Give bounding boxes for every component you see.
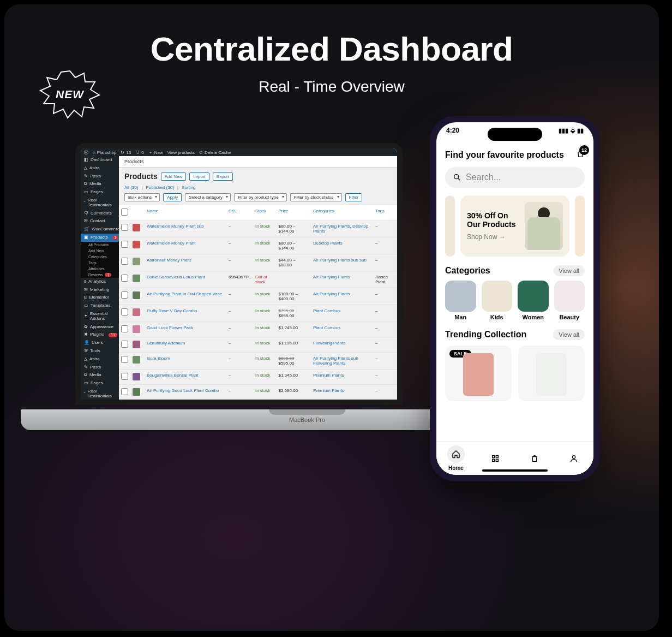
product-link[interactable]: Astronaut Money Plant: [147, 258, 191, 263]
filter-all[interactable]: All (30): [124, 185, 138, 190]
wp-comments[interactable]: 🗨 0: [135, 150, 143, 155]
table-header[interactable]: Stock: [253, 205, 277, 221]
tab-profile[interactable]: [565, 450, 583, 467]
categories-cell[interactable]: Flowering Plants: [311, 337, 373, 353]
cart-button[interactable]: 12: [576, 150, 585, 160]
sidebar-item[interactable]: EElementor: [81, 294, 119, 302]
export-button[interactable]: Export: [213, 172, 233, 181]
sidebar-item[interactable]: ▭Pages: [81, 379, 119, 388]
wp-delete-cache[interactable]: ⊘ Delete Cache: [199, 150, 231, 155]
category-item[interactable]: Kids: [482, 281, 513, 320]
product-link[interactable]: Pretty Cypress Plant: [147, 403, 187, 405]
row-checkbox[interactable]: [121, 241, 128, 248]
categories-view-all[interactable]: View all: [553, 265, 585, 276]
sidebar-subitem[interactable]: Add New: [81, 248, 119, 254]
table-header[interactable]: Categories: [311, 205, 373, 221]
categories-cell[interactable]: Plant Combos: [311, 305, 373, 322]
tab-grid[interactable]: [487, 450, 504, 467]
table-header[interactable]: Name: [145, 205, 226, 221]
sidebar-item[interactable]: ✖Plugins11: [81, 331, 119, 339]
wp-admin-bar[interactable]: ⓦ ⌂ Plantshop ↻ 13 🗨 0 ＋ New View produc…: [81, 148, 397, 156]
product-link[interactable]: Beautifully Adenium: [147, 341, 185, 346]
product-link[interactable]: Air Purifying Good Luck Plant Combo: [147, 388, 219, 393]
row-checkbox[interactable]: [121, 224, 128, 231]
sidebar-item[interactable]: ✎Posts: [81, 364, 119, 372]
table-header[interactable]: Tags: [373, 205, 397, 221]
filter-published[interactable]: Published (30): [146, 185, 174, 190]
apply-button[interactable]: Apply: [163, 193, 182, 201]
categories-cell[interactable]: Premium Plants: [311, 385, 373, 400]
wp-view-products[interactable]: View products: [167, 150, 195, 155]
sidebar-item[interactable]: ◧Dashboard: [81, 156, 119, 164]
table-header[interactable]: SKU: [226, 205, 253, 221]
sidebar-item[interactable]: 🛒WooCommerce: [81, 225, 119, 234]
sidebar-item[interactable]: ⧉Media: [81, 371, 119, 379]
sidebar-item[interactable]: △Astra: [81, 355, 119, 364]
filter-button[interactable]: Filter: [345, 193, 363, 201]
category-select[interactable]: Select a category: [185, 193, 231, 201]
sidebar-subitem[interactable]: Reviews1: [81, 272, 119, 278]
wp-site-name[interactable]: ⌂ Plantshop: [93, 150, 116, 155]
categories-cell[interactable]: Air Purifying Plants: [311, 271, 373, 288]
product-link[interactable]: Watermelon Money Plant sub: [147, 224, 204, 229]
promo-banner[interactable]: 30% Off On Our Products Shop Now →: [460, 195, 569, 257]
wp-new[interactable]: ＋ New: [148, 150, 163, 156]
product-link[interactable]: Bottle Sansevieria Lotus Plant: [147, 275, 205, 279]
sidebar-item[interactable]: 🗨Comments: [81, 401, 119, 405]
sidebar-item[interactable]: 👤Users: [81, 339, 119, 347]
banner-next[interactable]: [575, 195, 585, 257]
categories-cell[interactable]: Air Purifying Plants, Desktop Plants: [311, 221, 373, 237]
sidebar-subitem[interactable]: All Products: [81, 242, 119, 248]
row-checkbox[interactable]: [121, 325, 128, 332]
sidebar-item[interactable]: “Real Testimonials: [81, 197, 119, 210]
search-input[interactable]: Search...: [445, 167, 585, 188]
sidebar-item[interactable]: ▭Templates: [81, 302, 119, 310]
product-link[interactable]: Bougainvillea Bonsai Plant: [147, 373, 199, 378]
trending-card[interactable]: SALE: [445, 346, 512, 401]
row-checkbox[interactable]: [121, 308, 128, 315]
sidebar-subitem[interactable]: Attributes: [81, 266, 119, 272]
categories-cell[interactable]: Air Purifying Plants sub Flowering Plant…: [311, 353, 373, 370]
sidebar-subitem[interactable]: Tags: [81, 260, 119, 266]
row-checkbox[interactable]: [121, 388, 128, 395]
bulk-actions-select[interactable]: Bulk actions: [124, 193, 160, 201]
sidebar-subitem[interactable]: Categories: [81, 254, 119, 260]
tab-shop[interactable]: [526, 450, 543, 467]
row-checkbox[interactable]: [121, 373, 128, 380]
banner-prev[interactable]: [445, 195, 455, 257]
row-checkbox[interactable]: [121, 403, 128, 405]
sidebar-item[interactable]: ✉Contact: [81, 217, 119, 225]
product-link[interactable]: Ixora Bloom: [147, 356, 170, 361]
category-item[interactable]: Man: [445, 281, 476, 320]
categories-cell[interactable]: Outdoors: [311, 400, 373, 406]
sidebar-item[interactable]: ▭Pages: [81, 188, 119, 197]
sidebar-item[interactable]: ▣Products1: [81, 234, 119, 242]
categories-cell[interactable]: Plant Combos: [311, 322, 373, 337]
trending-view-all[interactable]: View all: [553, 329, 585, 340]
product-type-select[interactable]: Filter by product type: [234, 193, 287, 201]
product-link[interactable]: Good Luck Flower Pack: [147, 325, 193, 330]
product-link[interactable]: Fluffy Rose V Day Combo: [147, 308, 197, 313]
sidebar-item[interactable]: ✎Posts: [81, 172, 119, 181]
product-link[interactable]: Air Purifying Plant In Owl Shaped Vase: [147, 291, 222, 296]
stock-status-select[interactable]: Filter by stock status: [290, 193, 342, 201]
sidebar-item[interactable]: ⫾Analytics: [81, 278, 119, 286]
trending-card[interactable]: [518, 346, 585, 401]
sidebar-item[interactable]: ✦Essential Addons: [81, 310, 119, 323]
row-checkbox[interactable]: [121, 341, 128, 348]
category-item[interactable]: Beauty: [554, 281, 585, 320]
sidebar-item[interactable]: ⧉Media: [81, 180, 119, 188]
filter-sorting[interactable]: Sorting: [182, 185, 195, 190]
sidebar-item[interactable]: “Real Testimonials: [81, 388, 119, 401]
tab-home[interactable]: Home: [447, 445, 465, 471]
category-item[interactable]: Women: [518, 281, 549, 320]
wp-updates[interactable]: ↻ 13: [121, 150, 131, 155]
categories-cell[interactable]: Air Purifying Plants sub sub: [311, 254, 373, 271]
row-checkbox[interactable]: [121, 291, 128, 299]
select-all-checkbox[interactable]: [121, 209, 128, 216]
categories-cell[interactable]: Air Purifying Plants: [311, 288, 373, 305]
sidebar-item[interactable]: 🗨Comments: [81, 210, 119, 218]
sidebar-item[interactable]: △Astra: [81, 164, 119, 172]
import-button[interactable]: Import: [189, 172, 209, 181]
table-header[interactable]: Price: [276, 205, 311, 221]
